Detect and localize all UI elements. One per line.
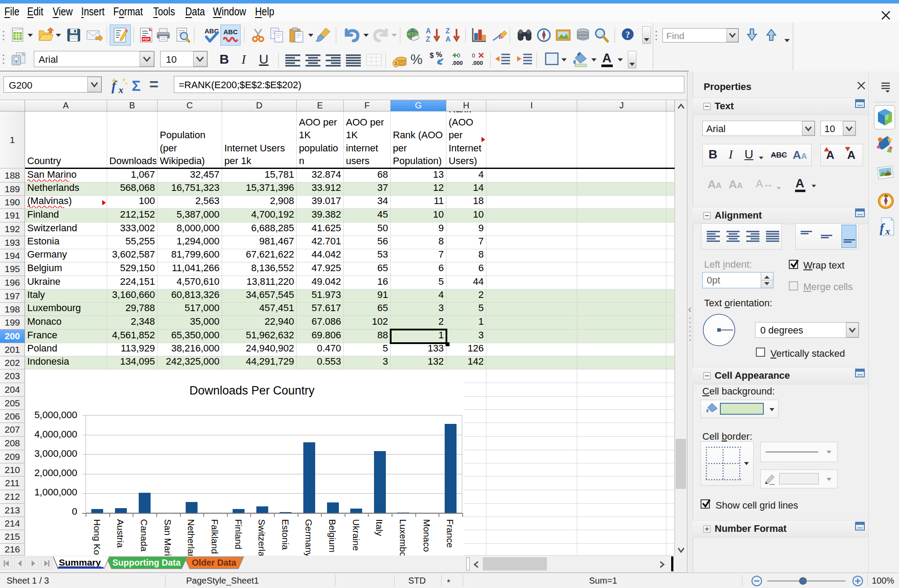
- svg-text:N: N: [885, 194, 888, 198]
- svg-text:%: %: [436, 52, 442, 58]
- svg-text:?: ?: [626, 30, 630, 39]
- svg-text:.000: .000: [472, 60, 483, 66]
- svg-text:x: x: [118, 84, 123, 95]
- svg-text:Z: Z: [446, 27, 450, 35]
- svg-text:A: A: [446, 36, 451, 43]
- svg-text:0: 0: [472, 52, 475, 59]
- svg-text:x: x: [885, 226, 890, 236]
- svg-text:ABC: ABC: [223, 28, 238, 36]
- svg-text:0: 0: [457, 52, 460, 59]
- svg-text:A: A: [426, 27, 431, 35]
- svg-text:.000: .000: [452, 60, 463, 66]
- svg-text:Z: Z: [426, 36, 430, 43]
- svg-text:$: $: [395, 61, 397, 66]
- svg-text:$: $: [430, 52, 434, 59]
- svg-text:PDF: PDF: [143, 37, 150, 41]
